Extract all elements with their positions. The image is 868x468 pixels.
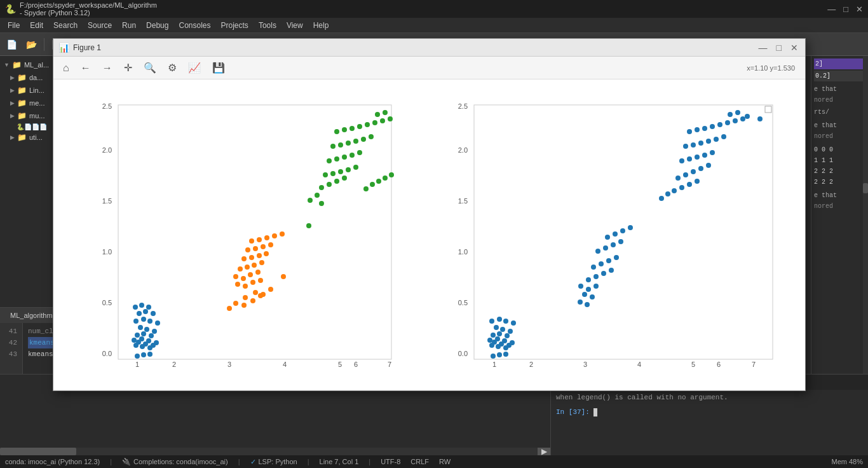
pan-button[interactable]: ✛ (119, 59, 137, 77)
lines-button[interactable]: 📈 (184, 59, 205, 77)
svg-point-182 (683, 172, 688, 177)
svg-point-26 (149, 333, 154, 338)
maximize-button[interactable]: □ (843, 4, 848, 14)
figure-toolbar: ⌂ ← → ✛ 🔍 ⚙ 📈 💾 x=1.10 y=1.530 (53, 57, 805, 79)
menu-debug[interactable]: Debug (141, 20, 173, 31)
sidebar-item-label: uti... (29, 134, 43, 141)
svg-point-144 (494, 325, 499, 330)
svg-point-195 (714, 137, 719, 142)
save-figure-button[interactable]: 💾 (208, 59, 229, 77)
menu-help[interactable]: Help (308, 20, 334, 31)
svg-point-142 (497, 331, 502, 336)
plots-svg: 2.5 2.0 1.5 1.0 0.5 0.0 1 2 3 4 5 6 7 (80, 92, 779, 378)
svg-point-74 (233, 301, 238, 306)
svg-point-105 (388, 116, 393, 121)
menu-search[interactable]: Search (48, 20, 83, 31)
svg-point-53 (257, 253, 262, 258)
svg-point-172 (593, 284, 599, 289)
svg-point-50 (259, 260, 264, 265)
svg-point-167 (613, 231, 618, 237)
back-button[interactable]: ← (76, 59, 95, 77)
svg-point-179 (687, 182, 692, 187)
folder-icon: 📁 (17, 73, 27, 82)
figure-window: 📊 Figure 1 — □ ✕ ⌂ ← → ✛ 🔍 ⚙ 📈 💾 x=1.10 … (53, 38, 806, 391)
svg-point-161 (614, 255, 619, 260)
svg-text:1.5: 1.5 (458, 197, 467, 205)
svg-point-137 (487, 338, 492, 343)
svg-point-59 (249, 238, 254, 244)
svg-point-187 (687, 156, 692, 162)
svg-point-98 (334, 129, 339, 134)
svg-point-62 (272, 233, 277, 238)
svg-point-78 (319, 185, 324, 190)
svg-point-160 (606, 258, 611, 263)
new-file-button[interactable]: 📄 (3, 37, 21, 52)
open-file-button[interactable]: 📂 (22, 37, 41, 52)
sidebar-item-uti[interactable]: ▶ 📁 uti... (1, 131, 52, 144)
svg-point-170 (578, 284, 583, 289)
menu-projects[interactable]: Projects (216, 20, 254, 31)
svg-point-139 (502, 338, 507, 343)
figure-content: 2.5 2.0 1.5 1.0 0.5 0.0 1 2 3 4 5 6 7 (53, 79, 805, 390)
chevron-right-icon: ▶ (10, 74, 15, 81)
svg-point-110 (319, 201, 324, 206)
chevron-down-icon: ▼ (4, 62, 10, 68)
sidebar-item-mu[interactable]: ▶ 📁 mu... (1, 109, 52, 122)
svg-point-52 (249, 255, 254, 260)
menu-file[interactable]: File (3, 20, 25, 31)
svg-point-77 (281, 274, 286, 279)
sidebar-item-label: mu... (29, 112, 44, 120)
settings-button[interactable]: ⚙ (163, 59, 181, 77)
menu-source[interactable]: Source (83, 20, 117, 31)
menu-edit[interactable]: Edit (25, 20, 48, 31)
svg-text:2.5: 2.5 (458, 102, 467, 110)
svg-point-99 (342, 127, 347, 132)
svg-point-97 (369, 134, 374, 139)
svg-point-194 (706, 139, 711, 144)
right-output-panel: 2] 0.2] e that nored rts/ e that nored 0… (811, 56, 868, 374)
svg-point-208 (757, 116, 763, 121)
menu-bar: File Edit Search Source Run Debug Consol… (0, 18, 868, 33)
sidebar-item-lin[interactable]: ▶ 📁 Lin... (1, 84, 52, 97)
svg-point-65 (243, 284, 248, 289)
svg-text:7: 7 (751, 361, 755, 368)
figure-minimize-button[interactable]: — (757, 43, 770, 53)
svg-point-175 (578, 299, 583, 305)
scroll-right-button[interactable]: ▶ (538, 448, 550, 455)
close-button[interactable]: ✕ (856, 4, 863, 14)
svg-point-37 (133, 305, 138, 310)
svg-text:1: 1 (492, 361, 496, 368)
svg-point-43 (233, 274, 238, 279)
menu-run[interactable]: Run (117, 20, 141, 31)
sidebar-item-da[interactable]: ▶ 📁 da... (1, 71, 52, 84)
minimize-button[interactable]: — (827, 4, 836, 14)
svg-text:5: 5 (337, 361, 341, 368)
svg-point-140 (510, 340, 515, 345)
home-button[interactable]: ⌂ (58, 59, 74, 77)
figure-titlebar: 📊 Figure 1 — □ ✕ (53, 39, 805, 57)
svg-point-154 (586, 277, 591, 282)
svg-text:0.0: 0.0 (102, 350, 111, 357)
svg-point-180 (695, 179, 700, 184)
svg-point-202 (725, 120, 730, 125)
svg-point-197 (687, 129, 692, 134)
menu-view[interactable]: View (281, 20, 308, 31)
svg-point-96 (361, 137, 366, 142)
menu-tools[interactable]: Tools (254, 20, 281, 31)
figure-maximize-button[interactable]: □ (775, 43, 783, 53)
svg-point-45 (248, 272, 253, 277)
svg-point-80 (334, 179, 339, 184)
svg-point-101 (357, 124, 362, 129)
forward-button[interactable]: → (98, 59, 117, 77)
svg-point-204 (740, 116, 745, 121)
sidebar-item-me[interactable]: ▶ 📁 me... (1, 97, 52, 109)
menu-consoles[interactable]: Consoles (173, 20, 215, 31)
svg-point-49 (252, 263, 257, 268)
svg-point-149 (503, 319, 508, 324)
figure-close-button[interactable]: ✕ (789, 43, 800, 53)
zoom-button[interactable]: 🔍 (139, 59, 161, 77)
svg-point-162 (595, 249, 600, 254)
svg-text:7: 7 (387, 361, 391, 368)
svg-point-209 (665, 191, 670, 196)
sidebar-item-ml-algorithm[interactable]: ▼ 📁 ML_al... (1, 59, 52, 71)
